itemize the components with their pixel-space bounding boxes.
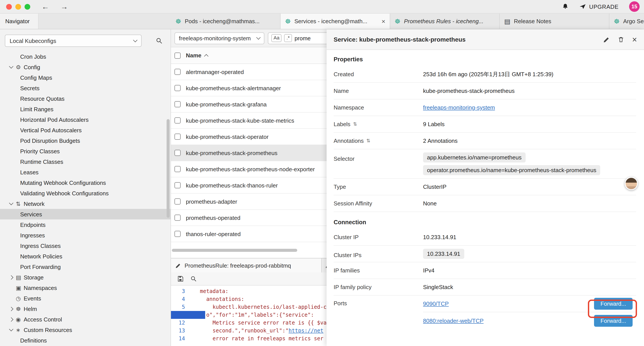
annotation-highlight-box: [588, 300, 637, 318]
sidebar-item-resource-quotas[interactable]: Resource Quotas: [0, 93, 170, 104]
sidebar-item-runtime-classes[interactable]: Runtime Classes: [0, 156, 170, 167]
sidebar-item-namespaces[interactable]: ▣Namespaces: [0, 283, 170, 293]
floating-avatar[interactable]: [625, 177, 638, 190]
namespace-select[interactable]: freeleaps-monitoring-system: [174, 32, 264, 44]
sidebar-item-cron-jobs[interactable]: Cron Jobs: [0, 51, 170, 62]
kubernetes-icon: ☸: [614, 18, 620, 24]
sidebar-item-config-maps[interactable]: Config Maps: [0, 72, 170, 83]
value-badge: operator.prometheus.io/name=kube-prometh…: [423, 165, 600, 175]
row-checkbox[interactable]: [174, 150, 180, 156]
sidebar-item-horizontal-pod-autoscalers[interactable]: Horizontal Pod Autoscalers: [0, 114, 170, 125]
sidebar-item-ingresses[interactable]: Ingresses: [0, 230, 170, 240]
sidebar-item-priority-classes[interactable]: Priority Classes: [0, 146, 170, 156]
edit-icon[interactable]: [603, 36, 610, 43]
sidebar-item-label: Mutating Webhook Configurations: [20, 179, 106, 186]
close-window-button[interactable]: [6, 4, 12, 9]
sidebar-scrollbar[interactable]: [166, 119, 170, 218]
sidebar-item-label: Services: [20, 211, 42, 217]
sidebar-item-events[interactable]: ◷Events: [0, 293, 170, 304]
sidebar-item-label: Priority Classes: [20, 148, 60, 154]
sidebar-item-network-policies[interactable]: Network Policies: [0, 251, 170, 262]
tab-label: Prometheus Rules - icecheng...: [404, 18, 484, 24]
tab-prometheus-rules-icecheng[interactable]: ☸Prometheus Rules - icecheng...: [390, 13, 500, 29]
row-checkbox[interactable]: [174, 215, 180, 221]
bell-icon[interactable]: [562, 3, 568, 10]
tab-pods-icecheng-mathmas[interactable]: ☸Pods - icecheng@mathmas...: [171, 13, 280, 29]
sidebar-item-secrets[interactable]: Secrets: [0, 83, 170, 93]
row-checkbox[interactable]: [174, 117, 180, 123]
custom-icon: ∗: [16, 327, 24, 333]
tab-services-icecheng-math[interactable]: ☸Services - icecheng@math...×: [280, 13, 390, 29]
sidebar-item-validating-webhook-configurations[interactable]: Validating Webhook Configurations: [0, 188, 170, 198]
sidebar-item-ingress-classes[interactable]: Ingress Classes: [0, 240, 170, 251]
sidebar-item-label: Network Policies: [20, 253, 62, 260]
unfold-more-icon[interactable]: ⇅: [366, 138, 370, 144]
row-checkbox[interactable]: [174, 101, 180, 107]
minimize-window-button[interactable]: [15, 4, 21, 9]
caret-icon: [10, 66, 16, 68]
sidebar-item-endpoints[interactable]: Endpoints: [0, 219, 170, 230]
horizontal-scrollbar[interactable]: [172, 249, 297, 252]
code-link[interactable]: https://net: [289, 328, 324, 334]
namespace-link[interactable]: freeleaps-monitoring-system: [423, 104, 495, 111]
row-label: IP family policy: [334, 284, 423, 290]
zoom-window-button[interactable]: [24, 4, 30, 9]
tab-release-notes[interactable]: ▤Release Notes: [500, 13, 609, 29]
notification-count-badge[interactable]: 15: [629, 1, 640, 12]
sidebar-item-config[interactable]: ⚙Config: [0, 62, 170, 72]
port-link[interactable]: 9090/TCP: [423, 301, 449, 307]
row-label: Created: [334, 71, 423, 77]
sidebar-item-pod-disruption-budgets[interactable]: Pod Disruption Budgets: [0, 135, 170, 146]
row-checkbox[interactable]: [174, 166, 180, 172]
back-icon[interactable]: ←: [42, 3, 49, 10]
row-checkbox[interactable]: [174, 85, 180, 91]
sidebar-item-storage[interactable]: ▤Storage: [0, 272, 170, 283]
sidebar-item-limit-ranges[interactable]: Limit Ranges: [0, 104, 170, 114]
match-case-toggle[interactable]: Aa: [271, 34, 282, 42]
close-icon[interactable]: ×: [632, 35, 637, 43]
row-checkbox[interactable]: [174, 231, 180, 237]
name-column-header[interactable]: Name: [186, 52, 208, 59]
section-heading: Properties: [334, 56, 637, 63]
sidebar-item-label: Definitions: [20, 337, 47, 344]
trash-icon[interactable]: [618, 36, 624, 43]
navigator-tab[interactable]: Navigator: [0, 13, 38, 29]
row-label: Ports: [334, 296, 423, 307]
row-checkbox[interactable]: [174, 134, 180, 140]
sidebar-item-access-control[interactable]: ◉Access Control: [0, 314, 170, 325]
kubeconfig-select[interactable]: Local Kubeconfigs: [5, 34, 142, 47]
row-checkbox[interactable]: [174, 69, 180, 75]
service-name: prometheus-operated: [186, 214, 240, 221]
unfold-more-icon[interactable]: ⇅: [353, 121, 357, 127]
sidebar-item-label: Pod Disruption Budgets: [20, 137, 80, 144]
sidebar-item-label: Access Control: [24, 316, 62, 323]
sidebar-item-custom-resources[interactable]: ∗Custom Resources: [0, 325, 170, 335]
row-checkbox[interactable]: [174, 198, 180, 205]
dock-tab-prometheusrule[interactable]: PrometheusRule: freeleaps-prod-rabbitmq: [171, 258, 322, 272]
select-all-checkbox[interactable]: [174, 52, 180, 58]
close-tab-icon[interactable]: ×: [382, 17, 385, 25]
save-icon[interactable]: [177, 276, 184, 282]
sidebar-item-services[interactable]: Services: [0, 209, 170, 219]
kubernetes-icon: ☸: [394, 18, 400, 24]
sidebar-item-label: Custom Resources: [24, 327, 72, 333]
sidebar-item-port-forwarding[interactable]: Port Forwarding: [0, 262, 170, 272]
upgrade-button[interactable]: UPGRADE: [579, 3, 618, 10]
search-icon[interactable]: [190, 276, 197, 282]
sidebar-item-leases[interactable]: Leases: [0, 167, 170, 177]
tab-argo-se[interactable]: ☸Argo Se: [609, 13, 644, 29]
row-value: kube-prometheus-stack-prometheus: [423, 88, 636, 94]
sidebar-item-vertical-pod-autoscalers[interactable]: Vertical Pod Autoscalers: [0, 125, 170, 135]
line-number: 12: [171, 319, 188, 327]
forward-icon[interactable]: →: [60, 3, 68, 10]
sidebar-item-network[interactable]: ⇅Network: [0, 198, 170, 209]
sidebar-item-mutating-webhook-configurations[interactable]: Mutating Webhook Configurations: [0, 177, 170, 188]
drawer-row-annotations: Annotations⇅2 Annotations: [334, 133, 636, 149]
sidebar-item-helm[interactable]: ☸Helm: [0, 304, 170, 314]
search-icon[interactable]: [156, 37, 163, 44]
row-checkbox[interactable]: [174, 182, 180, 188]
port-link[interactable]: 8080:reloader-web/TCP: [423, 317, 484, 324]
regex-toggle[interactable]: .*: [284, 34, 292, 42]
sidebar-item-definitions[interactable]: Definitions: [0, 335, 170, 346]
drawer-section-properties: PropertiesCreated253d 16h 6m ago (2025年1…: [326, 56, 644, 212]
